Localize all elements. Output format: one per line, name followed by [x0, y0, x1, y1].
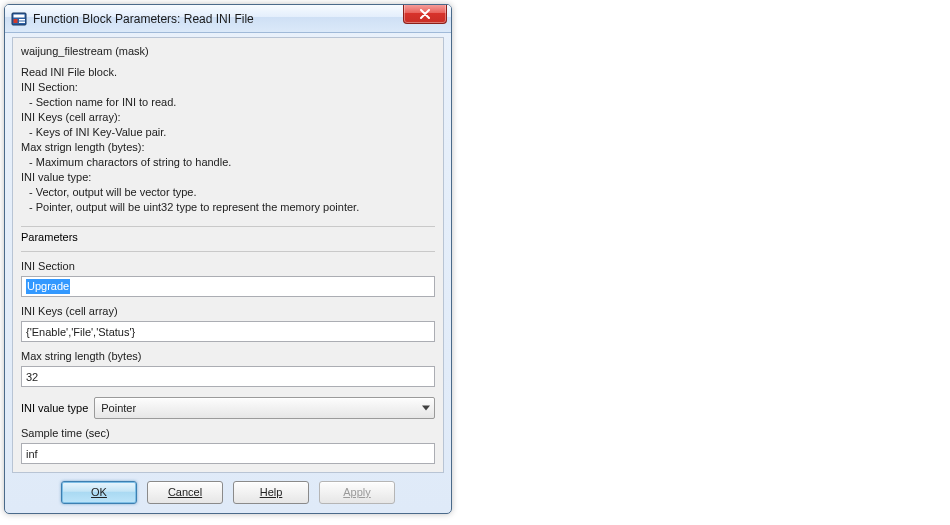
- button-row: OK Cancel Help Apply: [12, 477, 444, 507]
- ok-button-label: OK: [91, 486, 107, 498]
- value-type-label: INI value type: [21, 402, 88, 414]
- desc-line: INI value type:: [21, 170, 435, 185]
- parameters-panel: Parameters INI Section Upgrade INI Keys …: [13, 218, 443, 472]
- desc-line: INI Section:: [21, 80, 435, 95]
- ini-keys-input[interactable]: [21, 321, 435, 342]
- close-button[interactable]: [403, 4, 447, 24]
- divider: [21, 226, 435, 227]
- window-title: Function Block Parameters: Read INI File: [33, 12, 451, 26]
- apply-button[interactable]: Apply: [319, 481, 395, 504]
- desc-line: - Section name for INI to read.: [21, 95, 435, 110]
- help-button-label: Help: [260, 486, 283, 498]
- desc-line: Read INI File block.: [21, 65, 435, 80]
- description-box: waijung_filestream (mask) Read INI File …: [13, 38, 443, 217]
- desc-line: INI Keys (cell array):: [21, 110, 435, 125]
- max-length-label: Max string length (bytes): [21, 350, 435, 362]
- value-type-combobox[interactable]: Pointer: [94, 397, 435, 419]
- mask-name: waijung_filestream (mask): [21, 44, 435, 59]
- ini-keys-label: INI Keys (cell array): [21, 305, 435, 317]
- svg-rect-2: [14, 19, 18, 23]
- divider: [21, 251, 435, 252]
- parameters-heading: Parameters: [21, 229, 435, 247]
- cancel-button-label: Cancel: [168, 486, 202, 498]
- ini-section-input[interactable]: [21, 276, 435, 297]
- cancel-button[interactable]: Cancel: [147, 481, 223, 504]
- svg-rect-3: [19, 19, 25, 21]
- apply-button-label: Apply: [343, 486, 371, 498]
- titlebar[interactable]: Function Block Parameters: Read INI File: [5, 5, 451, 33]
- svg-rect-1: [14, 14, 25, 17]
- dialog-window: Function Block Parameters: Read INI File…: [4, 4, 452, 514]
- desc-line: - Pointer, output will be uint32 type to…: [21, 200, 435, 215]
- ok-button[interactable]: OK: [61, 481, 137, 504]
- app-icon: [11, 11, 27, 27]
- desc-line: - Maximum charactors of string to handle…: [21, 155, 435, 170]
- help-button[interactable]: Help: [233, 481, 309, 504]
- sample-time-label: Sample time (sec): [21, 427, 435, 439]
- value-type-selected: Pointer: [101, 402, 136, 414]
- max-length-input[interactable]: [21, 366, 435, 387]
- desc-line: - Keys of INI Key-Value pair.: [21, 125, 435, 140]
- chevron-down-icon: [422, 406, 430, 411]
- desc-line: - Vector, output will be vector type.: [21, 185, 435, 200]
- client-area: waijung_filestream (mask) Read INI File …: [12, 37, 444, 473]
- ini-section-label: INI Section: [21, 260, 435, 272]
- sample-time-input[interactable]: [21, 443, 435, 464]
- svg-rect-4: [19, 21, 25, 23]
- desc-line: Max strign length (bytes):: [21, 140, 435, 155]
